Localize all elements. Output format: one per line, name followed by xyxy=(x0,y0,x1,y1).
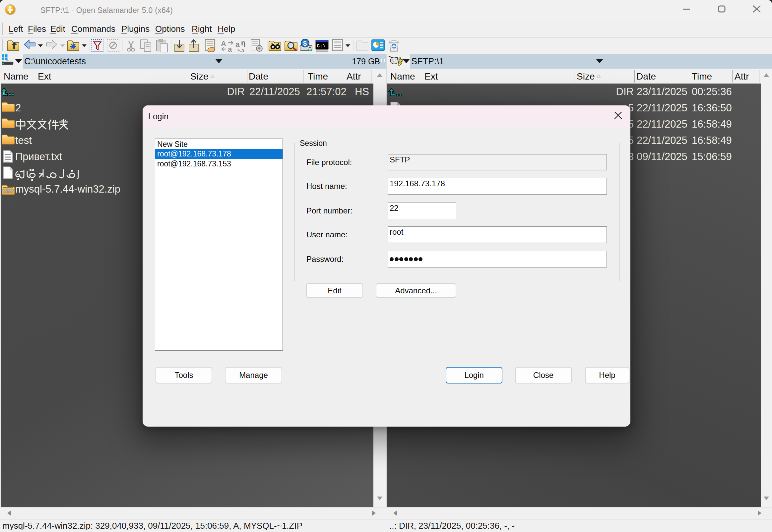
svg-text:$: $ xyxy=(303,40,307,47)
svg-text:A: A xyxy=(221,39,226,48)
svg-text:a: a xyxy=(228,45,232,53)
svg-text:C:\: C:\ xyxy=(317,43,326,49)
svg-text:a: a xyxy=(235,40,240,49)
svg-text:ƞ: ƞ xyxy=(241,39,245,47)
